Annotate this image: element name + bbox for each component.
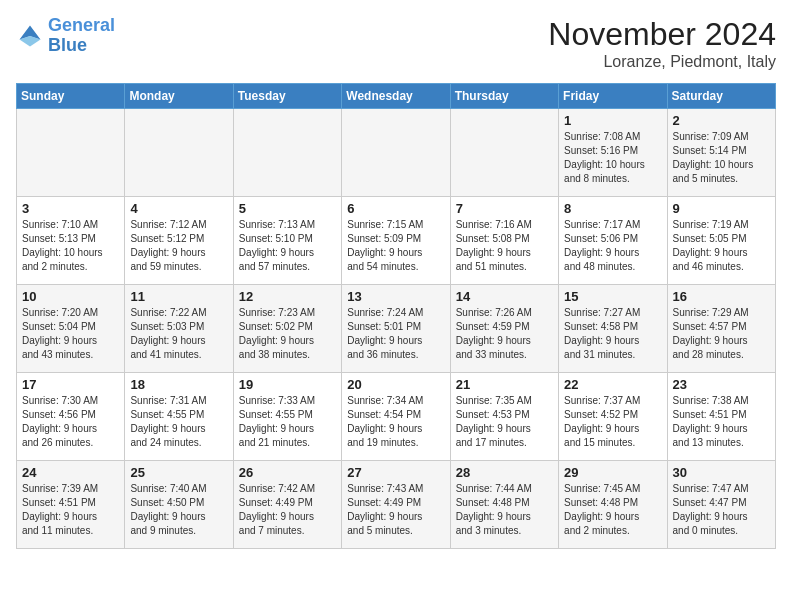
day-number: 28: [456, 465, 553, 480]
calendar-cell: 21Sunrise: 7:35 AM Sunset: 4:53 PM Dayli…: [450, 373, 558, 461]
cell-info: Sunrise: 7:38 AM Sunset: 4:51 PM Dayligh…: [673, 394, 770, 450]
cell-info: Sunrise: 7:08 AM Sunset: 5:16 PM Dayligh…: [564, 130, 661, 186]
cell-info: Sunrise: 7:24 AM Sunset: 5:01 PM Dayligh…: [347, 306, 444, 362]
calendar-cell: 5Sunrise: 7:13 AM Sunset: 5:10 PM Daylig…: [233, 197, 341, 285]
day-number: 21: [456, 377, 553, 392]
calendar-cell: 8Sunrise: 7:17 AM Sunset: 5:06 PM Daylig…: [559, 197, 667, 285]
day-number: 17: [22, 377, 119, 392]
day-number: 11: [130, 289, 227, 304]
day-number: 6: [347, 201, 444, 216]
calendar-week-row: 24Sunrise: 7:39 AM Sunset: 4:51 PM Dayli…: [17, 461, 776, 549]
day-number: 26: [239, 465, 336, 480]
cell-info: Sunrise: 7:39 AM Sunset: 4:51 PM Dayligh…: [22, 482, 119, 538]
day-number: 30: [673, 465, 770, 480]
day-number: 23: [673, 377, 770, 392]
day-number: 19: [239, 377, 336, 392]
calendar-cell: 12Sunrise: 7:23 AM Sunset: 5:02 PM Dayli…: [233, 285, 341, 373]
day-number: 7: [456, 201, 553, 216]
calendar-cell: 20Sunrise: 7:34 AM Sunset: 4:54 PM Dayli…: [342, 373, 450, 461]
calendar-cell: 25Sunrise: 7:40 AM Sunset: 4:50 PM Dayli…: [125, 461, 233, 549]
location: Loranze, Piedmont, Italy: [548, 53, 776, 71]
weekday-header: Monday: [125, 84, 233, 109]
day-number: 15: [564, 289, 661, 304]
weekday-header: Friday: [559, 84, 667, 109]
day-number: 4: [130, 201, 227, 216]
calendar-cell: 23Sunrise: 7:38 AM Sunset: 4:51 PM Dayli…: [667, 373, 775, 461]
cell-info: Sunrise: 7:22 AM Sunset: 5:03 PM Dayligh…: [130, 306, 227, 362]
weekday-header: Thursday: [450, 84, 558, 109]
day-number: 2: [673, 113, 770, 128]
cell-info: Sunrise: 7:19 AM Sunset: 5:05 PM Dayligh…: [673, 218, 770, 274]
weekday-header: Saturday: [667, 84, 775, 109]
day-number: 16: [673, 289, 770, 304]
day-number: 9: [673, 201, 770, 216]
logo-text: General Blue: [48, 16, 115, 56]
calendar-week-row: 1Sunrise: 7:08 AM Sunset: 5:16 PM Daylig…: [17, 109, 776, 197]
day-number: 24: [22, 465, 119, 480]
weekday-header: Sunday: [17, 84, 125, 109]
cell-info: Sunrise: 7:16 AM Sunset: 5:08 PM Dayligh…: [456, 218, 553, 274]
calendar-cell: 1Sunrise: 7:08 AM Sunset: 5:16 PM Daylig…: [559, 109, 667, 197]
cell-info: Sunrise: 7:42 AM Sunset: 4:49 PM Dayligh…: [239, 482, 336, 538]
calendar-cell: 18Sunrise: 7:31 AM Sunset: 4:55 PM Dayli…: [125, 373, 233, 461]
cell-info: Sunrise: 7:29 AM Sunset: 4:57 PM Dayligh…: [673, 306, 770, 362]
calendar-cell: 22Sunrise: 7:37 AM Sunset: 4:52 PM Dayli…: [559, 373, 667, 461]
cell-info: Sunrise: 7:13 AM Sunset: 5:10 PM Dayligh…: [239, 218, 336, 274]
cell-info: Sunrise: 7:15 AM Sunset: 5:09 PM Dayligh…: [347, 218, 444, 274]
day-number: 12: [239, 289, 336, 304]
logo-icon: [16, 22, 44, 50]
page-header: General Blue November 2024 Loranze, Pied…: [16, 16, 776, 71]
calendar-cell: 19Sunrise: 7:33 AM Sunset: 4:55 PM Dayli…: [233, 373, 341, 461]
day-number: 20: [347, 377, 444, 392]
calendar-cell: 7Sunrise: 7:16 AM Sunset: 5:08 PM Daylig…: [450, 197, 558, 285]
calendar-cell: 15Sunrise: 7:27 AM Sunset: 4:58 PM Dayli…: [559, 285, 667, 373]
calendar-cell: 29Sunrise: 7:45 AM Sunset: 4:48 PM Dayli…: [559, 461, 667, 549]
calendar-cell: 30Sunrise: 7:47 AM Sunset: 4:47 PM Dayli…: [667, 461, 775, 549]
calendar-week-row: 3Sunrise: 7:10 AM Sunset: 5:13 PM Daylig…: [17, 197, 776, 285]
day-number: 13: [347, 289, 444, 304]
calendar-cell: 2Sunrise: 7:09 AM Sunset: 5:14 PM Daylig…: [667, 109, 775, 197]
day-number: 1: [564, 113, 661, 128]
day-number: 5: [239, 201, 336, 216]
cell-info: Sunrise: 7:34 AM Sunset: 4:54 PM Dayligh…: [347, 394, 444, 450]
calendar-cell: 16Sunrise: 7:29 AM Sunset: 4:57 PM Dayli…: [667, 285, 775, 373]
calendar-cell: 27Sunrise: 7:43 AM Sunset: 4:49 PM Dayli…: [342, 461, 450, 549]
day-number: 22: [564, 377, 661, 392]
day-number: 10: [22, 289, 119, 304]
calendar-cell: 14Sunrise: 7:26 AM Sunset: 4:59 PM Dayli…: [450, 285, 558, 373]
calendar-cell: 26Sunrise: 7:42 AM Sunset: 4:49 PM Dayli…: [233, 461, 341, 549]
cell-info: Sunrise: 7:12 AM Sunset: 5:12 PM Dayligh…: [130, 218, 227, 274]
cell-info: Sunrise: 7:09 AM Sunset: 5:14 PM Dayligh…: [673, 130, 770, 186]
cell-info: Sunrise: 7:20 AM Sunset: 5:04 PM Dayligh…: [22, 306, 119, 362]
cell-info: Sunrise: 7:33 AM Sunset: 4:55 PM Dayligh…: [239, 394, 336, 450]
cell-info: Sunrise: 7:17 AM Sunset: 5:06 PM Dayligh…: [564, 218, 661, 274]
calendar-week-row: 10Sunrise: 7:20 AM Sunset: 5:04 PM Dayli…: [17, 285, 776, 373]
day-number: 29: [564, 465, 661, 480]
cell-info: Sunrise: 7:30 AM Sunset: 4:56 PM Dayligh…: [22, 394, 119, 450]
calendar-cell: 28Sunrise: 7:44 AM Sunset: 4:48 PM Dayli…: [450, 461, 558, 549]
weekday-header-row: SundayMondayTuesdayWednesdayThursdayFrid…: [17, 84, 776, 109]
calendar-cell: 11Sunrise: 7:22 AM Sunset: 5:03 PM Dayli…: [125, 285, 233, 373]
cell-info: Sunrise: 7:47 AM Sunset: 4:47 PM Dayligh…: [673, 482, 770, 538]
calendar-cell: [125, 109, 233, 197]
cell-info: Sunrise: 7:31 AM Sunset: 4:55 PM Dayligh…: [130, 394, 227, 450]
cell-info: Sunrise: 7:44 AM Sunset: 4:48 PM Dayligh…: [456, 482, 553, 538]
day-number: 14: [456, 289, 553, 304]
calendar-cell: [17, 109, 125, 197]
cell-info: Sunrise: 7:23 AM Sunset: 5:02 PM Dayligh…: [239, 306, 336, 362]
cell-info: Sunrise: 7:40 AM Sunset: 4:50 PM Dayligh…: [130, 482, 227, 538]
month-title: November 2024: [548, 16, 776, 53]
weekday-header: Tuesday: [233, 84, 341, 109]
calendar-cell: 3Sunrise: 7:10 AM Sunset: 5:13 PM Daylig…: [17, 197, 125, 285]
day-number: 8: [564, 201, 661, 216]
calendar-cell: [450, 109, 558, 197]
cell-info: Sunrise: 7:43 AM Sunset: 4:49 PM Dayligh…: [347, 482, 444, 538]
day-number: 27: [347, 465, 444, 480]
cell-info: Sunrise: 7:27 AM Sunset: 4:58 PM Dayligh…: [564, 306, 661, 362]
calendar-cell: [233, 109, 341, 197]
day-number: 3: [22, 201, 119, 216]
calendar-table: SundayMondayTuesdayWednesdayThursdayFrid…: [16, 83, 776, 549]
day-number: 25: [130, 465, 227, 480]
calendar-cell: 9Sunrise: 7:19 AM Sunset: 5:05 PM Daylig…: [667, 197, 775, 285]
logo: General Blue: [16, 16, 115, 56]
